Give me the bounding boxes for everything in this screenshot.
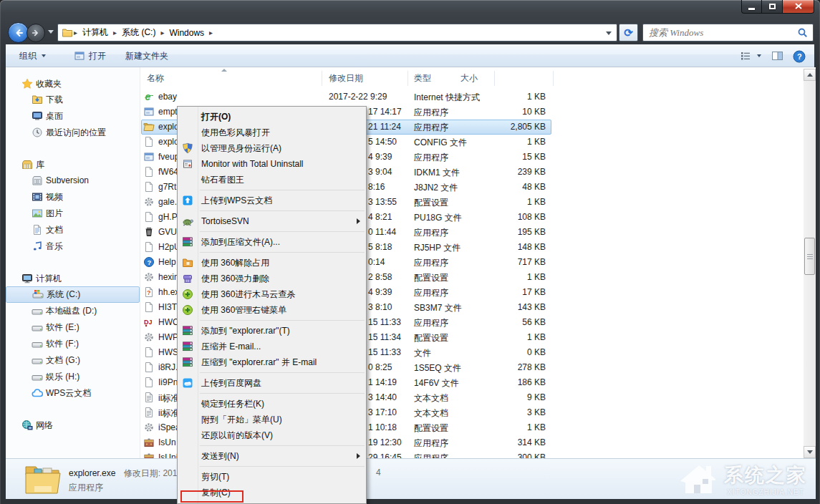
menu-item-360-force-delete[interactable]: 使用 360强力删除 (178, 271, 366, 286)
address-bar[interactable]: ▸ 计算机 ▸ 系统 (C:) ▸ Windows ▸ (57, 24, 617, 42)
menu-item-run-as-admin[interactable]: 以管理员身份运行(A) (178, 140, 366, 156)
menu-item-compress-email[interactable]: 压缩并 E-mail... (178, 339, 366, 354)
sidebar-item-wps-cloud[interactable]: WPS云文档 (6, 385, 140, 402)
organize-button[interactable]: 组织 (14, 48, 51, 64)
menu-item-open[interactable]: 打开(O) (178, 109, 366, 125)
sidebar-item-computer[interactable]: 计算机 (6, 271, 140, 286)
ie-shortcut-icon: e (143, 91, 155, 102)
menu-item-open-with-colorstorm[interactable]: 使用色彩风暴打开 (178, 125, 366, 140)
search-input[interactable] (649, 26, 792, 39)
menu-item-pin-start-menu[interactable]: 附到「开始」菜单(U) (178, 412, 366, 427)
column-header-name[interactable]: 名称 (147, 72, 164, 84)
menu-item-total-uninstall[interactable]: Monitor with Total Uninstall (178, 156, 366, 172)
menu-item-restore-previous[interactable]: 还原以前的版本(V) (178, 427, 366, 443)
sidebar-item-videos[interactable]: 视频 (6, 189, 140, 205)
menu-item-360-context-menu[interactable]: 使用 360管理右键菜单 (178, 302, 366, 318)
file-size: 278 KB (478, 362, 546, 372)
watermark-title: 系统之家 (724, 462, 807, 488)
menu-label-compress-explorer-rar-email: 压缩到 "explorer.rar" 并 E-mail (201, 357, 317, 367)
breadcrumb-system-c[interactable]: 系统 (C:) (117, 26, 160, 39)
file-icon (143, 301, 155, 313)
address-dropdown-icon[interactable] (606, 32, 612, 35)
file-date: 2017-2-22 9:29 (329, 92, 387, 102)
scroll-down-button[interactable] (804, 446, 816, 458)
file-date: 29 16:45 (368, 452, 402, 458)
vertical-scrollbar[interactable] (804, 69, 816, 458)
preview-pane-button[interactable] (771, 50, 783, 62)
file-size: 1 KB (478, 197, 546, 207)
close-icon (795, 1, 802, 11)
menu-item-tortoisesvn[interactable]: TortoiseSVN (178, 213, 366, 229)
sidebar-item-subversion[interactable]: Subversion (6, 173, 140, 189)
main-content: 收藏夹下载桌面最近访问的位置库Subversion视频图片文档音乐计算机系统 (… (6, 67, 816, 458)
breadcrumb-computer[interactable]: 计算机 (78, 26, 112, 39)
sidebar-label-recent-places: 最近访问的位置 (46, 127, 106, 137)
breadcrumb-windows[interactable]: Windows (165, 28, 208, 38)
maximize-button[interactable] (762, 0, 782, 14)
sidebar-item-downloads[interactable]: 下载 (6, 92, 140, 108)
sidebar-item-disk-f[interactable]: 软件 (F:) (6, 336, 140, 352)
file-date: 8:16 (368, 182, 385, 192)
sidebar-item-recent-places[interactable]: 最近访问的位置 (6, 125, 140, 141)
forward-button[interactable] (26, 24, 45, 42)
menu-item-add-to-explorer-rar[interactable]: 添加到 "explorer.rar"(T) (178, 323, 366, 339)
menu-item-upload-baidu[interactable]: 上传到百度网盘 (178, 375, 366, 391)
details-modified-label: 修改日期: 201 (124, 468, 178, 478)
column-divider (553, 71, 554, 86)
sidebar-item-system-c[interactable]: 系统 (C:) (6, 286, 140, 303)
column-header-date[interactable]: 修改日期 (329, 72, 363, 84)
menu-item-pin-taskbar[interactable]: 锁定到任务栏(K) (178, 396, 366, 412)
column-header-type[interactable]: 类型 (414, 72, 431, 84)
sidebar-item-pictures[interactable]: 图片 (6, 205, 140, 222)
menu-item-360-unlock[interactable]: 使用 360解除占用 (178, 255, 366, 271)
recent-pages-dropdown[interactable] (48, 30, 54, 34)
maximize-icon (769, 4, 776, 9)
sidebar-item-disk-e[interactable]: 软件 (E:) (6, 319, 140, 336)
refresh-button[interactable]: ⟳ (619, 24, 638, 42)
menu-item-cut[interactable]: 剪切(T) (178, 469, 366, 485)
menu-item-send-to[interactable]: 发送到(N) (178, 448, 366, 464)
download-folder-icon (32, 94, 43, 105)
file-type: J8JN2 文件 (414, 182, 458, 194)
sidebar-item-disk-h[interactable]: 娱乐 (H:) (6, 369, 140, 385)
menu-item-360-trojan-scan[interactable]: 使用 360进行木马云查杀 (178, 286, 366, 302)
file-name: gH.P (158, 212, 178, 222)
uac-shield-icon (182, 142, 193, 154)
back-button[interactable] (8, 22, 29, 43)
search-icon[interactable] (797, 27, 809, 41)
sidebar-item-documents[interactable]: 文档 (6, 222, 140, 238)
menu-item-zuanshi-viewer[interactable]: 钻石看图王 (178, 172, 366, 188)
sidebar-item-disk-d[interactable]: 本地磁盘 (D:) (6, 303, 140, 319)
network-icon (21, 420, 33, 431)
file-row[interactable]: eebay2017-2-22 9:29Internet 快捷方式1 KB (141, 89, 804, 105)
triangle-up-icon (807, 73, 813, 77)
menu-item-add-to-archive[interactable]: 添加到压缩文件(A)... (178, 234, 366, 250)
open-button[interactable]: 打开 (69, 48, 111, 64)
column-header-size[interactable]: 大小 (460, 72, 478, 84)
sidebar-item-libraries[interactable]: 库 (6, 157, 140, 173)
file-date: 4 9:39 (368, 152, 392, 162)
scrollbar-thumb[interactable] (804, 238, 815, 275)
menu-item-compress-explorer-rar-email[interactable]: 压缩到 "explorer.rar" 并 E-mail (178, 354, 366, 370)
menu-item-upload-wps[interactable]: 上传到WPS云文档 (178, 193, 366, 208)
file-date: 0 8:25 (368, 362, 392, 372)
sidebar-item-network[interactable]: 网络 (6, 417, 140, 433)
sidebar-item-music[interactable]: 音乐 (6, 238, 140, 255)
change-view-button[interactable] (740, 50, 761, 62)
sidebar-item-disk-g[interactable]: 文档 (G:) (6, 352, 140, 369)
minimize-button[interactable] (741, 0, 762, 14)
sidebar-item-favorites[interactable]: 收藏夹 (6, 76, 140, 92)
file-name: fveup (158, 152, 179, 162)
help-button[interactable]: ? (793, 50, 804, 62)
menu-label-cut: 剪切(T) (201, 472, 229, 482)
file-date: 3 14:40 (368, 392, 397, 402)
scroll-up-button[interactable] (804, 69, 816, 81)
sidebar-item-desktop[interactable]: 桌面 (6, 108, 140, 125)
close-button[interactable] (782, 0, 814, 14)
new-folder-button[interactable]: 新建文件夹 (120, 48, 173, 64)
sidebar-label-videos: 视频 (46, 192, 63, 202)
file-type: 应用程序 (414, 452, 448, 458)
open-label: 打开 (89, 50, 106, 62)
menu-label-360-trojan-scan: 使用 360进行木马云查杀 (201, 289, 295, 299)
file-size: 10 KB (478, 107, 546, 117)
